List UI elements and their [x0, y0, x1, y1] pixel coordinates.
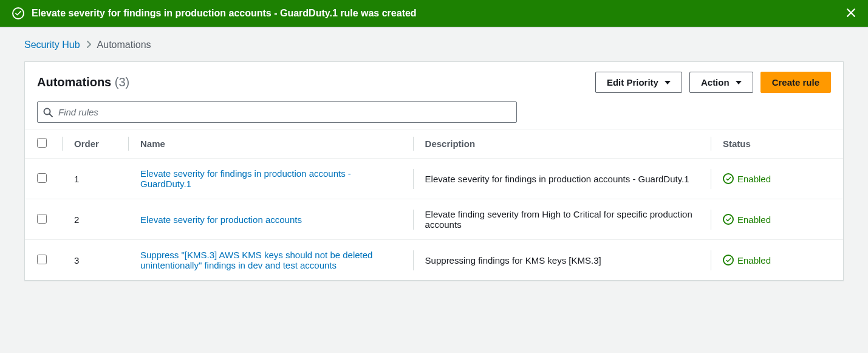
table-row: 3 Suppress "[KMS.3] AWS KMS keys should … [25, 240, 843, 281]
row-checkbox[interactable] [37, 255, 47, 264]
row-order: 2 [62, 199, 128, 240]
status-badge: Enabled [723, 173, 771, 184]
header-checkbox-cell [25, 129, 62, 159]
header-name[interactable]: Name [128, 129, 413, 159]
table-header-row: Order Name Description Status [25, 129, 843, 159]
status-text: Enabled [737, 214, 771, 225]
status-badge: Enabled [723, 255, 771, 266]
panel-actions: Edit Priority Action Create rule [595, 72, 831, 93]
rule-name-link[interactable]: Elevate severity for findings in product… [140, 168, 351, 189]
success-check-icon [12, 7, 24, 19]
title-count: (3) [115, 75, 129, 89]
rule-name-link[interactable]: Elevate severity for production accounts [140, 214, 302, 225]
header-order[interactable]: Order [62, 129, 128, 159]
status-text: Enabled [737, 174, 771, 184]
search-input-wrap [37, 101, 517, 123]
row-description: Elevate finding severity from High to Cr… [413, 199, 711, 240]
search-input[interactable] [37, 101, 517, 123]
breadcrumb: Security Hub Automations [24, 39, 844, 50]
row-description: Elevate severity for findings in product… [413, 159, 711, 199]
action-label: Action [701, 77, 730, 87]
status-badge: Enabled [723, 214, 771, 225]
rule-name-link[interactable]: Suppress "[KMS.3] AWS KMS keys should no… [140, 250, 372, 270]
create-rule-button[interactable]: Create rule [760, 72, 831, 93]
action-button[interactable]: Action [689, 72, 753, 93]
row-order: 3 [62, 240, 128, 281]
svg-line-1 [50, 114, 53, 117]
row-description: Suppressing findings for KMS keys [KMS.3… [413, 240, 711, 281]
search-icon [43, 108, 53, 117]
page-title: Automations (3) [37, 75, 129, 89]
success-notification: Elevate severity for findings in product… [0, 0, 868, 27]
header-description[interactable]: Description [413, 129, 711, 159]
status-check-icon [723, 214, 734, 225]
create-rule-label: Create rule [772, 77, 819, 87]
automations-panel: Automations (3) Edit Priority Action Cre… [24, 61, 844, 281]
edit-priority-button[interactable]: Edit Priority [595, 72, 682, 93]
row-checkbox[interactable] [37, 173, 47, 183]
table-row: 2 Elevate severity for production accoun… [25, 199, 843, 240]
notification-message: Elevate severity for findings in product… [32, 8, 856, 19]
breadcrumb-current: Automations [97, 39, 151, 50]
row-order: 1 [62, 159, 128, 199]
row-checkbox[interactable] [37, 214, 47, 224]
status-check-icon [723, 173, 734, 184]
edit-priority-label: Edit Priority [607, 77, 658, 87]
table-row: 1 Elevate severity for findings in produ… [25, 159, 843, 199]
close-icon[interactable] [846, 7, 856, 19]
status-text: Enabled [737, 255, 771, 266]
header-status[interactable]: Status [711, 129, 843, 159]
rules-table: Order Name Description Status 1 Elevate … [25, 129, 843, 280]
title-text: Automations [37, 75, 111, 89]
breadcrumb-root-link[interactable]: Security Hub [24, 39, 80, 50]
caret-down-icon [736, 81, 742, 84]
select-all-checkbox[interactable] [37, 138, 47, 148]
status-check-icon [723, 255, 734, 266]
chevron-right-icon [86, 39, 91, 50]
caret-down-icon [665, 81, 671, 84]
search-row [25, 101, 843, 129]
panel-header: Automations (3) Edit Priority Action Cre… [25, 62, 843, 101]
